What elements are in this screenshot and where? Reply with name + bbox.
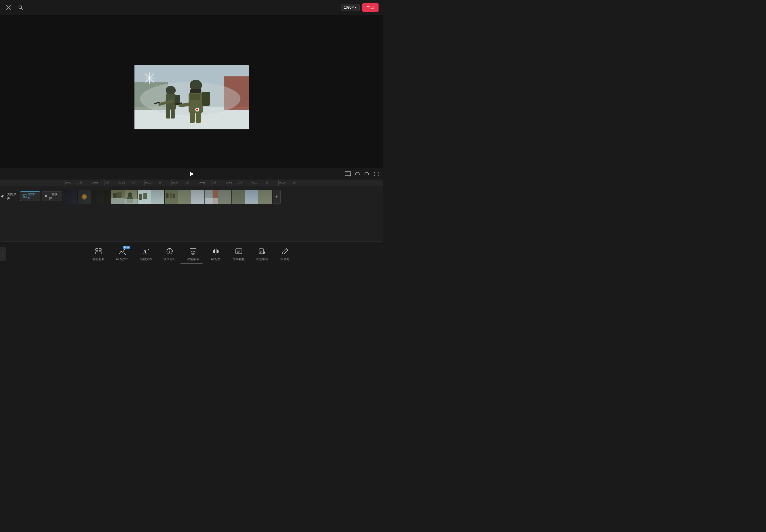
- draw-label: 涂鸦笔: [280, 257, 289, 261]
- thumb-frame-11: [191, 190, 205, 204]
- playhead: [118, 188, 118, 205]
- toolbar-item-subtitle[interactable]: 识A 识别字幕: [181, 245, 205, 263]
- svg-rect-62: [96, 252, 98, 254]
- ruler-mark-0000: 00:00: [64, 180, 78, 186]
- svg-rect-59: [205, 198, 218, 204]
- undo-button[interactable]: [354, 171, 361, 177]
- subtitle-label: 识别字幕: [187, 257, 199, 261]
- ruler-mark-0007: 00:07: [252, 180, 265, 186]
- new-text-icon: A +: [142, 247, 151, 256]
- collapse-panel-button[interactable]: ‹: [0, 247, 6, 261]
- svg-rect-56: [170, 193, 172, 198]
- subtitle-recog-icon: 识A: [188, 247, 197, 256]
- toolbar-item-draw[interactable]: 涂鸦笔: [274, 245, 296, 263]
- redo-button[interactable]: [363, 171, 370, 177]
- svg-rect-20: [195, 94, 200, 100]
- toolbar-item-smart-wrap[interactable]: 智能包装: [87, 245, 110, 263]
- toolbar-item-add-sticker[interactable]: 添加贴纸: [158, 245, 181, 263]
- add-sticker-icon: [165, 247, 174, 256]
- svg-rect-60: [96, 248, 98, 251]
- toolbar-item-text-template[interactable]: 文字模板: [227, 245, 250, 263]
- close-button[interactable]: [4, 4, 12, 11]
- smart-wrap-label: 智能包装: [92, 257, 105, 261]
- thumb-frame-10: [178, 190, 191, 204]
- svg-text:+: +: [148, 248, 149, 251]
- ai-music-icon: AI: [211, 247, 220, 256]
- quick-cut-button[interactable]: 一键快剪: [42, 191, 62, 201]
- svg-rect-53: [139, 194, 142, 200]
- search-button[interactable]: [17, 4, 25, 11]
- mute-audio-label: 关闭原声: [7, 192, 18, 200]
- timeline-area: 00:00 15f 00:01 15f 00:02 15f 00:03 15f …: [0, 180, 383, 241]
- thumb-frame-12: [205, 190, 218, 204]
- svg-point-42: [23, 195, 24, 196]
- ai-voiceover-label: AI 配旁白: [116, 257, 129, 261]
- thumb-frame-9: [165, 190, 178, 204]
- svg-rect-23: [202, 92, 210, 106]
- clip-segment-before[interactable]: [64, 190, 111, 204]
- fullscreen-button[interactable]: [373, 171, 379, 177]
- svg-rect-46: [113, 193, 117, 198]
- resolution-button[interactable]: 1080P ▾: [341, 4, 359, 11]
- quick-cut-label: 一键快剪: [49, 192, 59, 200]
- toolbar-item-ai-voiceover[interactable]: Beta AI 配旁白: [110, 245, 134, 263]
- set-cover-button[interactable]: 设置封面: [20, 191, 40, 201]
- svg-rect-14: [166, 109, 170, 119]
- bottom-toolbar: ‹ 智能包装 Beta AI 配旁白 A: [0, 241, 383, 266]
- svg-rect-17: [190, 89, 201, 94]
- smart-wrap-icon: [94, 247, 103, 256]
- svg-rect-77: [214, 249, 215, 253]
- svg-rect-36: [346, 174, 350, 174]
- scroll-progress-indicator: [180, 263, 203, 264]
- draw-icon: [281, 247, 289, 256]
- ruler-mark-15f-1: 15f: [78, 180, 91, 186]
- thumb-frame-6: [124, 190, 138, 204]
- svg-point-45: [83, 195, 86, 199]
- track-controls: 关闭原声 设置封面: [0, 188, 64, 204]
- toolbar-item-recognize-song[interactable]: 识别歌词: [250, 245, 274, 263]
- set-cover-label: 设置封面: [27, 192, 38, 200]
- subtitle-icon[interactable]: ON: [344, 171, 351, 177]
- thumb-frame-15: [245, 190, 258, 204]
- playback-controls: ON: [0, 168, 383, 180]
- text-template-label: 文字模板: [233, 257, 245, 261]
- ruler-mark-15f-3: 15f: [131, 180, 144, 186]
- thumb-frame-2: [78, 190, 91, 204]
- track-content: +: [64, 188, 383, 205]
- thumb-frame-1: [64, 190, 78, 204]
- ruler-mark-0002: 00:02: [118, 180, 131, 186]
- recognize-song-label: 识别歌词: [256, 257, 268, 261]
- svg-rect-26: [196, 109, 198, 110]
- svg-rect-57: [173, 194, 175, 198]
- svg-text:ON: ON: [349, 175, 351, 177]
- svg-marker-33: [190, 172, 194, 176]
- export-button[interactable]: 导出: [362, 3, 378, 12]
- ruler-mark-15f-4: 15f: [158, 180, 171, 186]
- video-track: +: [64, 190, 383, 205]
- toolbar-item-ai-music[interactable]: AI AI 配音: [205, 245, 227, 263]
- add-track-button[interactable]: +: [273, 190, 281, 204]
- svg-point-64: [124, 249, 125, 250]
- svg-rect-80: [218, 250, 219, 253]
- ai-music-label: AI 配音: [211, 257, 221, 261]
- svg-rect-78: [216, 248, 216, 253]
- add-sticker-label: 添加贴纸: [163, 257, 176, 261]
- beta-badge: Beta: [123, 246, 130, 249]
- mute-audio-control[interactable]: 关闭原声: [0, 188, 18, 204]
- thumb-frame-14: [231, 190, 245, 204]
- svg-text:A: A: [143, 249, 147, 255]
- thumb-frame-8: [151, 190, 165, 204]
- thumb-frame-4: [104, 190, 111, 204]
- svg-rect-28: [196, 112, 201, 123]
- track-actions: 关闭原声 设置封面: [0, 188, 62, 204]
- svg-rect-27: [190, 112, 195, 123]
- svg-rect-55: [166, 193, 168, 198]
- timeline-tracks: 关闭原声 设置封面: [0, 186, 383, 241]
- ruler-marks: 00:00 15f 00:01 15f 00:02 15f 00:03 15f …: [64, 180, 383, 186]
- ruler-mark-15f-8: 15f: [265, 180, 278, 186]
- clip-segment-after[interactable]: [111, 190, 272, 204]
- ruler-mark-15f-2: 15f: [104, 180, 118, 186]
- toolbar-item-new-text[interactable]: A + 新建文本: [134, 245, 158, 263]
- play-button[interactable]: [187, 170, 196, 178]
- quick-cut-icon: [44, 194, 48, 199]
